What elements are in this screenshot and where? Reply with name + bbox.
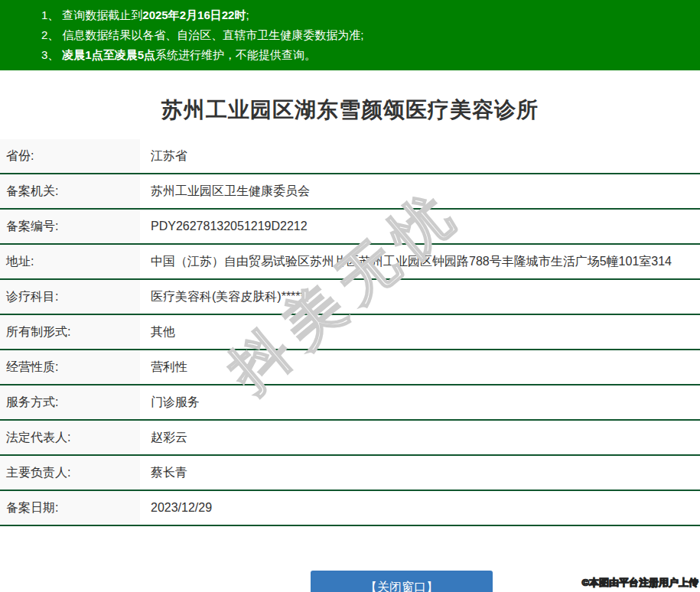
notice-number: 2、	[29, 28, 62, 41]
row-label: 服务方式:	[0, 385, 140, 419]
record-query-page: 1、查询数据截止到2025年2月16日22时; 2、信息数据结果以各省、自治区、…	[0, 0, 700, 592]
table-row-ownership: 所有制形式: 其他	[0, 315, 700, 350]
page-title: 苏州工业园区湖东雪颜颂医疗美容诊所	[0, 90, 700, 139]
row-label: 主要负责人:	[0, 456, 140, 490]
table-row-filing-date: 备案日期: 2023/12/29	[0, 491, 700, 526]
row-value: PDY26278132051219D2212	[140, 210, 700, 243]
close-window-button[interactable]: 【关闭窗口】	[311, 571, 493, 592]
table-row-legal-representative: 法定代表人: 赵彩云	[0, 421, 700, 456]
row-label: 备案日期:	[0, 491, 140, 525]
table-row-filing-authority: 备案机关: 苏州工业园区卫生健康委员会	[0, 174, 700, 210]
notice-line-1: 1、查询数据截止到2025年2月16日22时;	[29, 5, 692, 25]
table-row-person-in-charge: 主要负责人: 蔡长青	[0, 456, 700, 491]
row-label: 所有制形式:	[0, 315, 140, 349]
row-value: 中国（江苏）自由贸易试验区苏州片区苏州工业园区钟园路788号丰隆城市生活广场5幢…	[140, 245, 700, 278]
notice-text-bold: 2025年2月16日22时	[142, 8, 246, 21]
row-value: 江苏省	[140, 139, 700, 173]
row-label: 诊疗科目:	[0, 280, 140, 314]
table-row-service-mode: 服务方式: 门诊服务	[0, 385, 700, 421]
notice-number: 3、	[29, 48, 62, 61]
row-value: 其他	[140, 315, 700, 349]
row-label: 法定代表人:	[0, 421, 140, 454]
row-label: 省份:	[0, 139, 140, 173]
row-value: 门诊服务	[140, 385, 700, 419]
row-value: 医疗美容科(美容皮肤科)******	[140, 280, 700, 314]
notice-text: 系统进行维护，不能提供查询。	[155, 48, 316, 61]
notice-line-3: 3、凌晨1点至凌晨5点系统进行维护，不能提供查询。	[29, 45, 692, 65]
row-label: 地址:	[0, 245, 140, 278]
table-row-filing-number: 备案编号: PDY26278132051219D2212	[0, 210, 700, 245]
table-row-departments: 诊疗科目: 医疗美容科(美容皮肤科)******	[0, 280, 700, 315]
upload-credit: ©本图由平台注册用户上传	[581, 576, 698, 590]
row-label: 备案机关:	[0, 174, 140, 208]
row-value: 苏州工业园区卫生健康委员会	[140, 174, 700, 208]
notice-line-2: 2、信息数据结果以各省、自治区、直辖市卫生健康委数据为准;	[29, 25, 692, 45]
table-row-province: 省份: 江苏省	[0, 139, 700, 174]
notice-text: 查询数据截止到	[62, 8, 142, 21]
table-row-business-nature: 经营性质: 营利性	[0, 350, 700, 385]
row-value: 2023/12/29	[140, 491, 700, 525]
table-row-address: 地址: 中国（江苏）自由贸易试验区苏州片区苏州工业园区钟园路788号丰隆城市生活…	[0, 245, 700, 280]
row-value: 蔡长青	[140, 456, 700, 490]
row-value: 赵彩云	[140, 421, 700, 454]
notice-text: ;	[246, 8, 249, 21]
notice-text: 信息数据结果以各省、自治区、直辖市卫生健康委数据为准;	[62, 28, 363, 41]
row-label: 备案编号:	[0, 210, 140, 243]
info-table: 省份: 江苏省 备案机关: 苏州工业园区卫生健康委员会 备案编号: PDY262…	[0, 139, 700, 526]
notice-number: 1、	[29, 8, 62, 21]
row-label: 经营性质:	[0, 350, 140, 384]
row-value: 营利性	[140, 350, 700, 384]
notice-banner: 1、查询数据截止到2025年2月16日22时; 2、信息数据结果以各省、自治区、…	[0, 0, 700, 70]
notice-text-bold: 凌晨1点至凌晨5点	[62, 48, 155, 61]
